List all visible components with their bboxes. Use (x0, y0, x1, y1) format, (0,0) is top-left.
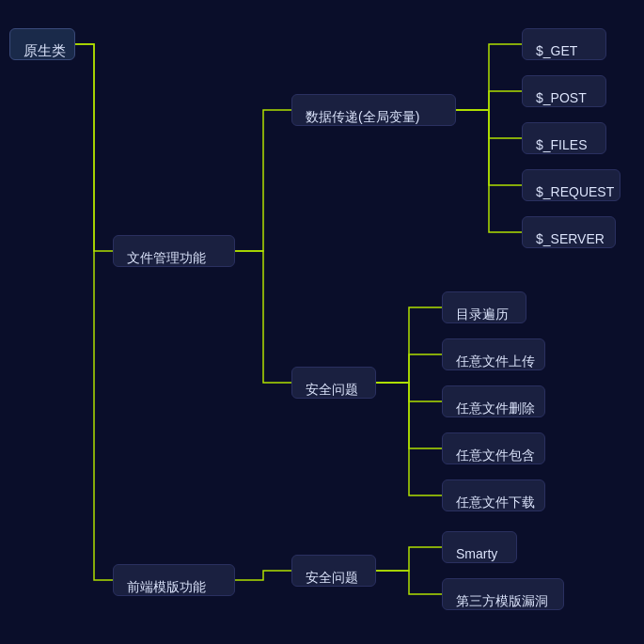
line-root-to-frontend (75, 44, 113, 580)
line-security1-to-upload (376, 354, 442, 383)
node-upload: 任意文件上传 (442, 338, 545, 370)
node-data_transfer: 数据传递(全局变量) (291, 94, 456, 126)
node-frontend: 前端模版功能 (113, 564, 235, 596)
node-request: $_REQUEST (522, 169, 620, 201)
node-get: $_GET (522, 28, 606, 60)
node-delete: 任意文件删除 (442, 385, 545, 417)
line-security2-to-smarty (376, 547, 442, 571)
node-security2: 安全问题 (291, 555, 376, 587)
node-third_party: 第三方模版漏洞 (442, 578, 564, 610)
line-file_mgmt-to-security1 (235, 251, 291, 383)
node-post: $_POST (522, 75, 606, 107)
node-server: $_SERVER (522, 216, 616, 248)
node-files: $_FILES (522, 122, 606, 154)
node-smarty: Smarty (442, 531, 517, 563)
node-download: 任意文件下载 (442, 479, 545, 511)
node-root: 原生类 (9, 28, 75, 60)
node-file_mgmt: 文件管理功能 (113, 235, 235, 267)
node-security1: 安全问题 (291, 367, 376, 399)
line-file_mgmt-to-data_transfer (235, 110, 291, 251)
line-security2-to-third_party (376, 571, 442, 594)
line-frontend-to-security2 (235, 571, 291, 580)
line-security1-to-download (376, 383, 442, 495)
line-data_transfer-to-server (456, 110, 522, 232)
node-include: 任意文件包含 (442, 432, 545, 464)
line-data_transfer-to-post (456, 91, 522, 110)
node-dir: 目录遍历 (442, 291, 526, 323)
mind-map: 原生类文件管理功能前端模版功能数据传递(全局变量)安全问题安全问题$_GET$_… (0, 0, 644, 644)
